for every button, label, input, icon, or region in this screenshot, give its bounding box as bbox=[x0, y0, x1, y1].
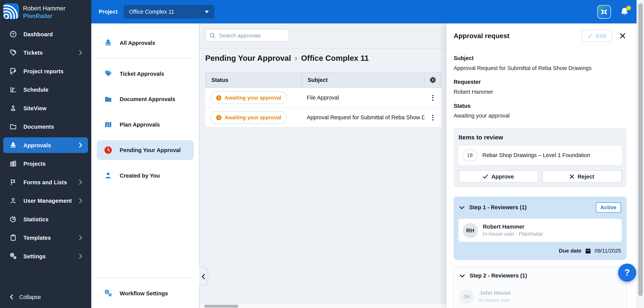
close-icon[interactable] bbox=[618, 32, 627, 40]
search-box[interactable] bbox=[205, 29, 289, 42]
siteview-icon bbox=[9, 104, 17, 112]
sidebar-item-approvals[interactable]: Approvals bbox=[3, 137, 88, 153]
app-window: Robert Hammer PlanRadar Dashboard Ticket… bbox=[0, 0, 644, 308]
tickets-icon bbox=[9, 49, 17, 56]
project-label: Project bbox=[99, 9, 118, 15]
breadcrumb-separator: › bbox=[295, 54, 298, 63]
account-header[interactable]: Robert Hammer PlanRadar bbox=[0, 0, 91, 19]
review-item[interactable]: 18 Rebar Shop Drawings – Level 1 Foundat… bbox=[458, 146, 622, 165]
column-header-status[interactable]: Status bbox=[206, 72, 302, 88]
sidebar-item-project-reports[interactable]: Project reports bbox=[3, 63, 88, 79]
project-reports-icon bbox=[9, 67, 17, 75]
map-icon bbox=[104, 120, 112, 129]
primary-nav: Dashboard Tickets Project reports Schedu… bbox=[3, 26, 88, 267]
sidebar-item-statistics[interactable]: Statistics bbox=[3, 211, 88, 227]
row-menu-button[interactable] bbox=[424, 88, 441, 108]
chevron-down-icon bbox=[459, 206, 464, 209]
approvals-main: Pending Your Approval › Office Complex 1… bbox=[200, 24, 447, 308]
settings-icon bbox=[9, 252, 17, 260]
reviewer-name: Robert Hammer bbox=[483, 224, 543, 230]
apps-launcher-button[interactable] bbox=[597, 5, 611, 19]
caret-down-icon bbox=[205, 10, 209, 13]
sidebar-item-settings[interactable]: Settings bbox=[3, 248, 88, 264]
sidebar-item-siteview[interactable]: SiteView bbox=[3, 100, 88, 116]
reviewer-card[interactable]: JH John House In-house user bbox=[459, 285, 621, 308]
row-menu-button[interactable] bbox=[424, 108, 441, 127]
vertical-scrollbar-thumb[interactable] bbox=[638, 3, 643, 296]
schedule-icon bbox=[9, 86, 17, 94]
breadcrumb-parent[interactable]: Pending Your Approval bbox=[205, 54, 291, 63]
table-row[interactable]: Awaiting your approval File Approval bbox=[205, 88, 441, 108]
table-row[interactable]: Awaiting your approval Approval Request … bbox=[205, 108, 441, 128]
subject-cell: File Approval bbox=[301, 94, 424, 101]
reviewer-subtitle: In-house user bbox=[479, 297, 511, 303]
sidebar-item-dashboard[interactable]: Dashboard bbox=[3, 26, 88, 42]
sidebar-item-tickets[interactable]: Tickets bbox=[3, 45, 88, 60]
approvals-table: Status Subject Awaiting your approval Fi… bbox=[205, 72, 441, 127]
clock-icon bbox=[216, 114, 222, 120]
horizontal-scrollbar[interactable] bbox=[200, 304, 447, 308]
avatar: JH bbox=[459, 289, 474, 304]
collapse-panel-handle[interactable] bbox=[199, 267, 208, 286]
nav-item-document-approvals[interactable]: Document Approvals bbox=[97, 89, 194, 109]
item-id-pill: 18 bbox=[462, 150, 477, 161]
column-header-subject[interactable]: Subject bbox=[302, 72, 424, 88]
step-2-card: Step 2 - Reviewers (1) JH John House In-… bbox=[454, 266, 627, 308]
approve-button[interactable]: Approve bbox=[458, 170, 538, 182]
status-value: Awaiting your approval bbox=[454, 113, 627, 119]
reject-button[interactable]: Reject bbox=[542, 170, 622, 182]
x-icon bbox=[570, 174, 574, 179]
nav-item-created-by-you[interactable]: Created by You bbox=[97, 166, 194, 186]
clock-icon bbox=[104, 146, 112, 154]
check-icon bbox=[483, 174, 488, 179]
statistics-icon bbox=[9, 215, 17, 223]
nav-item-workflow-settings[interactable]: Workflow Settings bbox=[97, 283, 194, 303]
item-name: Rebar Shop Drawings – Level 1 Foundation bbox=[482, 152, 590, 158]
folder-icon bbox=[104, 95, 112, 103]
company-name: PlanRadar bbox=[23, 13, 66, 19]
user-name: Robert Hammer bbox=[23, 5, 66, 12]
sidebar-item-documents[interactable]: Documents bbox=[3, 119, 88, 134]
chevron-right-icon bbox=[79, 143, 82, 148]
divider bbox=[97, 58, 194, 58]
project-selector[interactable]: Office Complex 11 bbox=[124, 5, 214, 18]
planradar-logo-icon bbox=[3, 3, 19, 19]
notifications-bell-button[interactable] bbox=[620, 7, 630, 16]
vertical-scrollbar[interactable] bbox=[636, 0, 644, 308]
help-button[interactable]: ? bbox=[618, 264, 636, 282]
sidebar-item-schedule[interactable]: Schedule bbox=[3, 82, 88, 98]
chevron-left-icon bbox=[10, 294, 13, 299]
table-settings-button[interactable] bbox=[424, 72, 441, 88]
step-2-header[interactable]: Step 2 - Reviewers (1) bbox=[459, 271, 621, 280]
primary-sidebar: Robert Hammer PlanRadar Dashboard Ticket… bbox=[0, 0, 91, 308]
status-badge: Awaiting your approval bbox=[210, 91, 287, 104]
workflow-gears-icon bbox=[104, 289, 112, 297]
breadcrumb-current: Office Complex 11 bbox=[301, 54, 369, 63]
reviewer-name: John House bbox=[479, 290, 511, 296]
nav-item-plan-approvals[interactable]: Plan Approvals bbox=[97, 115, 194, 134]
topbar: Project Office Complex 11 bbox=[91, 0, 636, 24]
nav-item-pending-your-approval[interactable]: Pending Your Approval bbox=[97, 140, 194, 160]
sidebar-item-templates[interactable]: Templates bbox=[3, 230, 88, 246]
sidebar-item-forms-and-lists[interactable]: Forms and Lists bbox=[3, 174, 88, 190]
search-input[interactable] bbox=[218, 32, 285, 39]
nav-item-all-approvals[interactable]: All Approvals bbox=[97, 33, 194, 53]
sidebar-item-projects[interactable]: Projects bbox=[3, 156, 88, 172]
nav-item-ticket-approvals[interactable]: Ticket Approvals bbox=[97, 64, 194, 84]
reviewer-card[interactable]: RH Robert Hammer In-house user - PlanRad… bbox=[458, 219, 622, 242]
chevron-right-icon bbox=[79, 198, 82, 203]
horizontal-scrollbar-thumb[interactable] bbox=[204, 305, 238, 308]
requester-value: Robert Hammer bbox=[454, 89, 627, 95]
chevron-right-icon bbox=[79, 50, 82, 55]
status-label: Status bbox=[454, 103, 627, 109]
avatar: RH bbox=[462, 223, 478, 238]
subject-value: Approval Request for Submittal of Reba S… bbox=[454, 65, 627, 71]
panel-title: Approval request bbox=[454, 32, 582, 40]
step-1-card: Step 1 - Reviewers (1) Active RH Robert … bbox=[454, 196, 627, 260]
sidebar-item-user-management[interactable]: User Management bbox=[3, 193, 88, 208]
collapse-button[interactable]: Collapse bbox=[0, 290, 101, 304]
divider bbox=[200, 48, 447, 48]
step-1-header[interactable]: Step 1 - Reviewers (1) Active bbox=[458, 201, 622, 214]
search-icon bbox=[209, 32, 215, 38]
edit-button[interactable]: Edit bbox=[582, 30, 612, 42]
